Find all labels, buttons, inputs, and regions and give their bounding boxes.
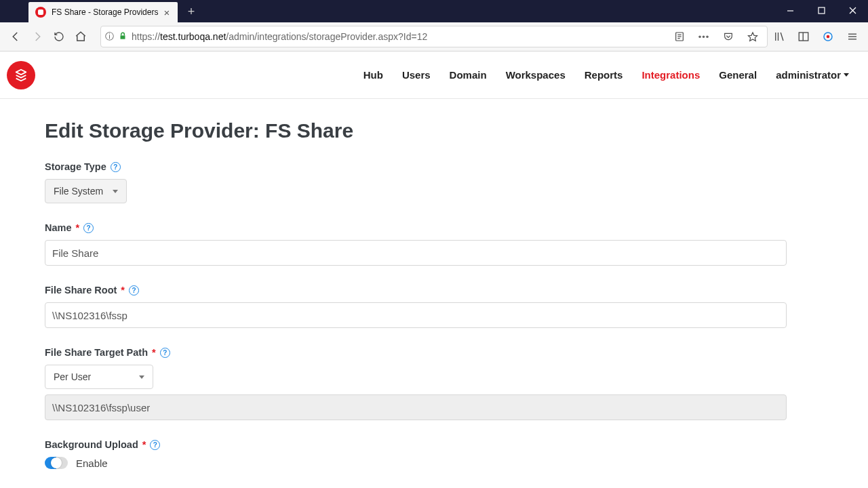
library-icon[interactable] <box>769 26 789 47</box>
lock-icon[interactable] <box>118 31 127 43</box>
svg-rect-4 <box>121 35 125 39</box>
address-bar[interactable]: ⓘ https://test.turboqa.net/admin/integra… <box>100 26 768 47</box>
help-icon[interactable]: ? <box>150 440 160 450</box>
window-maximize-button[interactable] <box>806 0 837 20</box>
nav-user-menu[interactable]: administrator <box>776 69 849 81</box>
nav-hub[interactable]: Hub <box>363 69 383 81</box>
field-file-share-root: File Share Root* ? <box>45 285 787 328</box>
target-mode-value: Per User <box>54 371 91 382</box>
tab-close-icon[interactable]: × <box>161 7 172 18</box>
field-background-upload: Background Upload* ? Enable <box>45 439 787 469</box>
nav-general[interactable]: General <box>719 69 757 81</box>
name-label: Name <box>45 222 72 233</box>
url-scheme: https:// <box>132 31 160 42</box>
nav-reports[interactable]: Reports <box>585 69 623 81</box>
nav-back-button[interactable] <box>5 26 26 47</box>
window-close-button[interactable] <box>837 0 868 20</box>
svg-point-16 <box>827 35 830 39</box>
nav-workspaces[interactable]: Workspaces <box>506 69 566 81</box>
storage-type-value: File System <box>54 186 103 197</box>
tab-title: FS Share - Storage Providers <box>52 7 161 17</box>
nav-home-button[interactable] <box>71 26 91 47</box>
storage-type-select[interactable]: File System <box>45 179 127 203</box>
target-label: File Share Target Path <box>45 347 148 358</box>
required-marker: * <box>76 222 80 233</box>
chevron-down-icon <box>844 73 849 77</box>
chevron-down-icon <box>113 190 118 193</box>
browser-toolbar: ⓘ https://test.turboqa.net/admin/integra… <box>0 22 868 52</box>
field-storage-type: Storage Type ? File System <box>45 161 787 203</box>
required-marker: * <box>152 347 156 358</box>
app-header: Hub Users Domain Workspaces Reports Inte… <box>0 52 868 99</box>
url-text: https://test.turboqa.net/admin/integrati… <box>132 31 665 42</box>
nav-domain[interactable]: Domain <box>450 69 487 81</box>
name-input[interactable] <box>45 240 787 266</box>
root-label: File Share Root <box>45 285 117 296</box>
nav-users[interactable]: Users <box>402 69 431 81</box>
url-path: /admin/integrations/storageProvider.aspx… <box>226 31 427 42</box>
required-marker: * <box>142 439 146 450</box>
svg-rect-1 <box>818 7 825 14</box>
new-tab-button[interactable]: + <box>182 2 201 21</box>
chevron-down-icon <box>139 375 144 379</box>
field-target-path: File Share Target Path* ? Per User <box>45 347 787 420</box>
window-controls <box>774 0 868 20</box>
pocket-icon[interactable] <box>718 26 738 47</box>
enable-label: Enable <box>76 458 108 469</box>
window-minimize-button[interactable] <box>774 0 806 20</box>
nav-integrations[interactable]: Integrations <box>642 69 700 81</box>
required-marker: * <box>121 285 125 296</box>
url-host: test.turboqa.net <box>160 31 226 42</box>
reader-mode-icon[interactable] <box>669 26 690 47</box>
target-mode-select[interactable]: Per User <box>45 365 153 389</box>
storage-type-label: Storage Type <box>45 161 106 172</box>
page-scroll-area[interactable]: Hub Users Domain Workspaces Reports Inte… <box>0 52 868 488</box>
extension-icon[interactable] <box>818 26 838 47</box>
nav-forward-button <box>27 26 47 47</box>
browser-tab[interactable]: FS Share - Storage Providers × <box>28 2 178 22</box>
app-menu-icon[interactable] <box>842 26 863 47</box>
nav-user-label: administrator <box>776 69 841 81</box>
bookmark-star-icon[interactable] <box>743 26 763 47</box>
help-icon[interactable]: ? <box>111 162 121 172</box>
field-name: Name* ? <box>45 222 787 266</box>
site-info-icon[interactable]: ⓘ <box>105 30 114 43</box>
tab-favicon <box>35 7 46 18</box>
page-title: Edit Storage Provider: FS Share <box>45 119 787 142</box>
help-icon[interactable]: ? <box>160 348 170 358</box>
bg-label: Background Upload <box>45 439 138 450</box>
target-path-input <box>45 394 787 420</box>
page-actions-icon[interactable]: ••• <box>694 26 714 47</box>
window-titlebar: FS Share - Storage Providers × + <box>0 0 868 22</box>
page-content: Edit Storage Provider: FS Share Storage … <box>0 99 868 488</box>
help-icon[interactable]: ? <box>129 285 139 296</box>
nav-reload-button[interactable] <box>49 26 69 47</box>
svg-rect-13 <box>799 33 808 41</box>
app-logo[interactable] <box>7 61 35 89</box>
svg-line-12 <box>781 33 783 41</box>
svg-marker-9 <box>748 33 757 41</box>
root-input[interactable] <box>45 302 787 328</box>
sidebar-icon[interactable] <box>793 26 814 47</box>
main-nav: Hub Users Domain Workspaces Reports Inte… <box>363 69 849 81</box>
enable-toggle[interactable] <box>45 457 68 469</box>
help-icon[interactable]: ? <box>83 223 94 233</box>
